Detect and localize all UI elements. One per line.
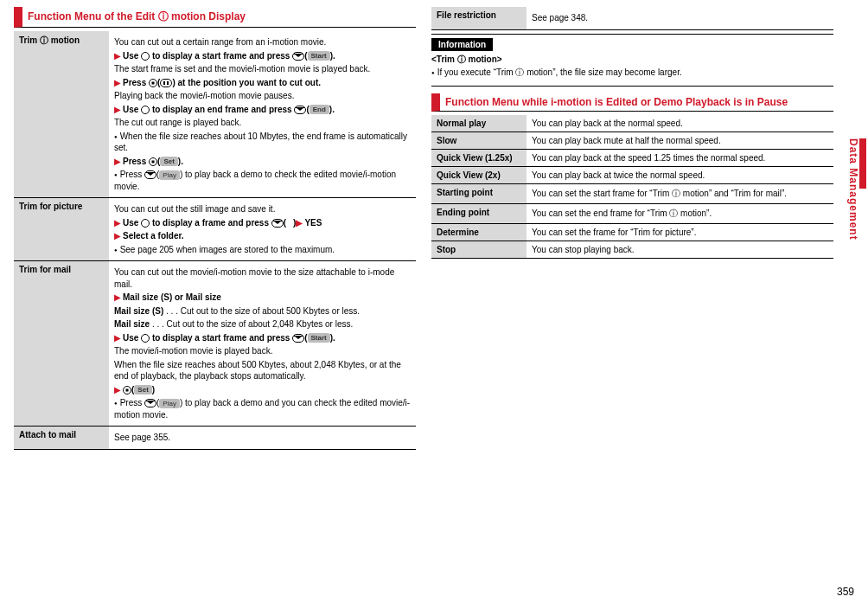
step-marker-icon: ▶ [114,157,121,166]
pill-label: End [310,105,329,114]
body-line: You can cut out the movie/i-motion movie… [114,266,411,290]
row-label: Trim for picture [14,198,109,261]
table-row: File restrictionSee page 348. [431,7,833,29]
row-body: You can set the start frame for “Trim ⓘ … [527,183,833,203]
step-marker-icon: ▶ [114,292,121,302]
left-heading: Function Menu of the Edit ⓘ motion Displ… [14,7,416,28]
body-line: ●When the file size reaches about 10 Mby… [114,131,411,154]
body-line: ▶Press () at the position you want to cu… [114,77,411,89]
body-line: ▶Use to display an end frame and press (… [114,104,411,116]
mail-key-icon [292,52,304,61]
pill-label: Play [159,170,180,180]
table-row: StopYou can stop playing back. [431,241,833,258]
body-line: The cut out range is played back. [114,117,411,129]
mail-key-icon [271,219,284,228]
row-body: You can cut out the movie/i-motion movie… [109,261,416,427]
row-body: You can play back at the speed 1.25 time… [527,149,833,166]
left-column: Function Menu of the Edit ⓘ motion Displ… [14,7,416,450]
table-row: Trim for pictureYou can cut out the stil… [14,198,416,261]
mail-key-icon [294,106,306,114]
body-line: ▶Use to display a start frame and press … [114,332,411,344]
body-line: When the file size reaches about 500 Kby… [114,359,411,382]
body-line: ▶Use to display a frame and press ()▶YES [114,217,411,229]
row-label: Normal play [431,115,527,132]
body-line: ▶Mail size (S) or Mail size [114,292,411,304]
row-label: Quick View (2x) [431,166,527,183]
body-line: The movie/i-motion movie is played back. [114,345,411,357]
row-body: You can cut out a certain range from an … [109,31,416,198]
pill-label: Start [308,51,330,61]
body-line: See page 348. [532,12,828,24]
row-label: Ending point [431,203,527,223]
information-box: Information <Trim ⓘ motion> If you execu… [431,34,833,87]
row-label: Slow [431,132,527,149]
body-line: ▶(Set) [114,384,411,396]
info-line: If you execute “Trim ⓘ motion”, the file… [431,67,833,79]
info-title: <Trim ⓘ motion> [431,54,833,66]
center-key-icon [123,386,131,395]
body-line: The start frame is set and the movie/i-m… [114,63,411,75]
two-column-layout: Function Menu of the Edit ⓘ motion Displ… [14,7,833,450]
information-tag: Information [431,38,493,51]
step-marker-icon: ▶ [114,105,121,114]
row-body: You can set the end frame for “Trim ⓘ mo… [527,203,833,223]
bullet: ● [114,401,118,406]
body-line: ▶Select a folder. [114,230,411,242]
body-line: ●Press (Play) to play back a demo and yo… [114,397,411,420]
table-row: Normal playYou can play back at the norm… [431,115,833,132]
definition-line: Mail sizeCut out to the size of about 2,… [114,318,411,330]
bullet: ● [114,172,118,177]
table-row: Quick View (2x)You can play back at twic… [431,166,833,183]
bullet: ● [114,247,118,253]
row-label: Attach to mail [14,427,109,450]
right-heading: Function Menu while i-motion is Edited o… [431,93,833,112]
body-line: ●See page 205 when images are stored to … [114,244,411,256]
right-function-table: Normal playYou can play back at the norm… [431,115,833,259]
row-body: You can cut out the still image and save… [109,198,416,261]
nav-key-icon [141,52,150,61]
page-number: 359 [837,586,854,598]
step-marker-icon: ▶ [114,231,121,241]
right-top-table: File restrictionSee page 348. [431,7,833,30]
mail-key-icon [144,399,156,407]
row-label: Trim for mail [14,261,109,427]
body-line: ●Press (Play) to play back a demo to che… [114,169,411,192]
center-key-icon [149,79,157,87]
table-row: Trim for mailYou can cut out the movie/i… [14,261,416,427]
bullet: ● [114,134,118,139]
mail-key-icon [144,170,156,179]
row-label: Trim ⓘ motion [14,31,109,198]
body-line: ▶Use to display a start frame and press … [114,50,411,62]
body-line: You can cut out the still image and save… [114,203,411,215]
table-row: Starting pointYou can set the start fram… [431,183,833,203]
row-body: You can stop playing back. [527,241,833,258]
body-line: You can cut out a certain range from an … [114,36,411,48]
row-label: Starting point [431,183,527,203]
mail-key-icon [292,334,304,343]
table-row: Attach to mailSee page 355. [14,427,416,450]
table-row: Ending pointYou can set the end frame fo… [431,203,833,223]
step-marker-icon: ▶ [114,333,121,343]
row-label: Determine [431,223,527,241]
row-body: You can play back at twice the normal sp… [527,166,833,183]
row-body: You can set the frame for “Trim for pict… [527,223,833,241]
step-marker-icon: ▶ [114,385,121,395]
step-marker-icon: ▶ [114,51,121,61]
left-function-table: Trim ⓘ motionYou can cut out a certain r… [14,31,416,450]
center-key-icon [149,157,157,166]
table-row: Quick View (1.25x)You can play back at t… [431,149,833,166]
nav-key-icon [141,219,150,228]
row-body: See page 355. [109,427,416,450]
step-marker-icon: ▶ [114,218,121,228]
pill-label: Set [134,385,151,395]
pill-label: Set [160,157,177,166]
table-row: SlowYou can play back mute at half the n… [431,132,833,149]
row-body: See page 348. [527,7,833,29]
pill-label: Start [308,333,330,343]
nav-key-icon [141,106,150,114]
side-tab: Data Management [847,138,866,241]
definition-line: Mail size (S)Cut out to the size of abou… [114,305,411,318]
table-row: Trim ⓘ motionYou can cut out a certain r… [14,31,416,198]
row-label: Quick View (1.25x) [431,149,527,166]
table-row: DetermineYou can set the frame for “Trim… [431,223,833,241]
